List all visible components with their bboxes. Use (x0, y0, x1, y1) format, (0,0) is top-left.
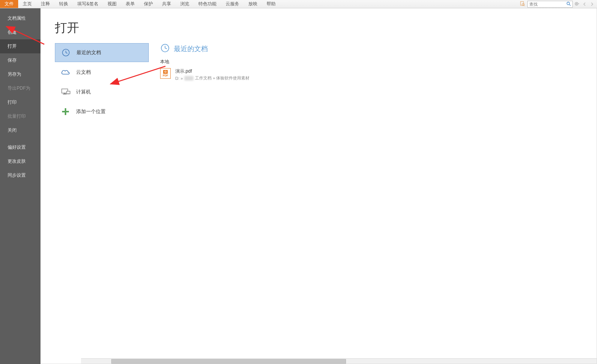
sidebar-create[interactable]: 创建 (0, 25, 41, 39)
tab-home[interactable]: 主页 (18, 0, 36, 8)
sidebar-preferences[interactable]: 偏好设置 (0, 140, 41, 154)
path-redacted: ■■■ (184, 76, 193, 81)
sidebar-close[interactable]: 关闭 (0, 123, 41, 137)
tab-convert[interactable]: 转换 (55, 0, 73, 8)
sidebar-divider (0, 137, 41, 140)
local-label: 本地 (160, 59, 585, 65)
tab-view[interactable]: 视图 (103, 0, 121, 8)
top-right-controls (520, 0, 595, 8)
search-icon[interactable] (566, 2, 571, 7)
sidebar-doc-properties[interactable]: 文档属性 (0, 11, 41, 25)
sidebar-open[interactable]: 打开 (0, 39, 41, 53)
nav-next-icon[interactable] (589, 1, 595, 8)
tab-present[interactable]: 放映 (244, 0, 262, 8)
svg-rect-14 (62, 111, 69, 112)
tab-browse[interactable]: 浏览 (176, 0, 194, 8)
tab-file[interactable]: 文件 (0, 0, 18, 8)
search-box[interactable] (527, 1, 573, 8)
tab-cloud[interactable]: 云服务 (221, 0, 244, 8)
scrollbar-thumb[interactable] (111, 359, 346, 364)
top-menu-bar: 文件 主页 注释 转换 填写&签名 视图 表单 保护 共享 浏览 特色功能 云服… (0, 0, 597, 8)
location-label: 云文档 (76, 69, 91, 76)
horizontal-scrollbar[interactable] (81, 358, 597, 364)
svg-point-5 (575, 2, 578, 5)
file-name: 演示.pdf (175, 68, 249, 75)
svg-line-2 (524, 5, 525, 6)
tab-help[interactable]: 帮助 (262, 0, 280, 8)
location-label: 计算机 (76, 89, 91, 95)
sidebar-sync-settings[interactable]: 同步设置 (0, 168, 41, 182)
recent-docs-panel: 最近的文档 本地 PDF 演示.pdf D: » ■■■ 工作文档 » 体验软件… (160, 43, 585, 122)
page-title: 打开 (55, 20, 585, 36)
sidebar-change-skin[interactable]: 更改皮肤 (0, 154, 41, 168)
tab-protect[interactable]: 保护 (139, 0, 157, 8)
location-add-place[interactable]: 添加一个位置 (55, 102, 149, 121)
cloud-icon (60, 67, 71, 78)
main-area: 文档属性 创建 打开 保存 另存为 导出PDF为 打印 批量打印 关闭 偏好设置… (0, 8, 597, 364)
pdf-file-icon: PDF (160, 68, 171, 79)
svg-rect-9 (64, 93, 65, 94)
settings-dropdown-icon[interactable] (574, 1, 580, 8)
sidebar-print[interactable]: 打印 (0, 95, 41, 109)
svg-point-3 (567, 2, 570, 5)
svg-rect-11 (67, 91, 70, 94)
sidebar-save[interactable]: 保存 (0, 53, 41, 67)
recent-header: 最近的文档 (160, 43, 585, 54)
recent-header-title: 最近的文档 (174, 44, 208, 53)
sidebar-save-as[interactable]: 另存为 (0, 67, 41, 81)
tab-share[interactable]: 共享 (157, 0, 176, 8)
location-recent-docs[interactable]: 最近的文档 (55, 43, 149, 62)
nav-prev-icon[interactable] (581, 1, 588, 8)
location-computer[interactable]: 计算机 (55, 82, 149, 101)
file-info: 演示.pdf D: » ■■■ 工作文档 » 体验软件使用素材 (175, 68, 249, 81)
location-label: 添加一个位置 (76, 108, 106, 115)
tab-annotate[interactable]: 注释 (36, 0, 55, 8)
svg-point-6 (576, 3, 577, 5)
file-entry[interactable]: PDF 演示.pdf D: » ■■■ 工作文档 » 体验软件使用素材 (160, 67, 585, 82)
clock-icon (61, 47, 71, 58)
clock-icon (160, 43, 170, 54)
sidebar-batch-print[interactable]: 批量打印 (0, 109, 41, 123)
open-page-content: 打开 最近的文档 云文档 (41, 8, 597, 364)
location-label: 最近的文档 (76, 49, 101, 56)
plus-icon (60, 106, 71, 117)
computer-icon (60, 87, 71, 97)
search-input[interactable] (529, 2, 566, 6)
svg-line-4 (569, 5, 571, 6)
find-doc-icon[interactable] (520, 1, 525, 8)
file-path: D: » ■■■ 工作文档 » 体验软件使用素材 (175, 75, 249, 81)
tab-fill-sign[interactable]: 填写&签名 (73, 0, 103, 8)
sidebar-export-pdf[interactable]: 导出PDF为 (0, 81, 41, 95)
file-sidebar: 文档属性 创建 打开 保存 另存为 导出PDF为 打印 批量打印 关闭 偏好设置… (0, 8, 41, 364)
tab-features[interactable]: 特色功能 (194, 0, 221, 8)
tab-form[interactable]: 表单 (121, 0, 139, 8)
location-cloud-docs[interactable]: 云文档 (55, 63, 149, 82)
location-list: 最近的文档 云文档 计算机 (55, 43, 149, 122)
